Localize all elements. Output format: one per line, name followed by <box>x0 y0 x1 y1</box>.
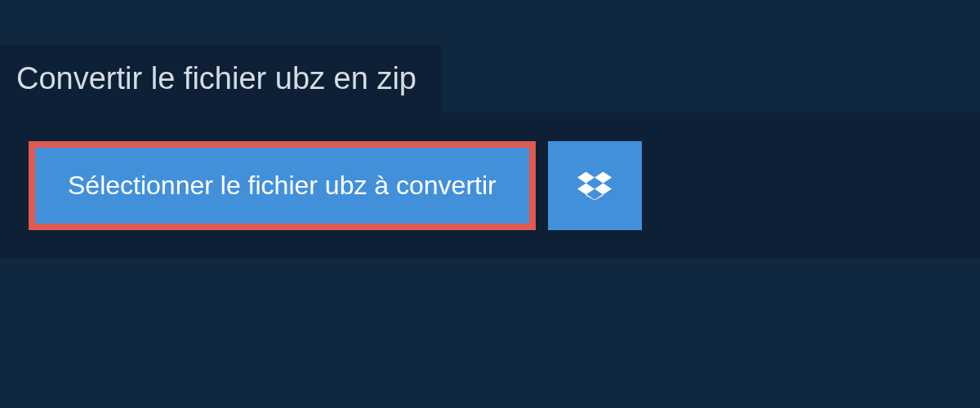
dropbox-icon <box>577 169 612 203</box>
page-title: Convertir le fichier ubz en zip <box>16 61 416 96</box>
action-panel: Sélectionner le fichier ubz à convertir <box>0 113 980 259</box>
select-file-label: Sélectionner le fichier ubz à convertir <box>68 171 497 201</box>
tab-header: Convertir le fichier ubz en zip <box>0 45 441 113</box>
select-file-button[interactable]: Sélectionner le fichier ubz à convertir <box>29 141 536 230</box>
dropbox-button[interactable] <box>548 141 642 230</box>
